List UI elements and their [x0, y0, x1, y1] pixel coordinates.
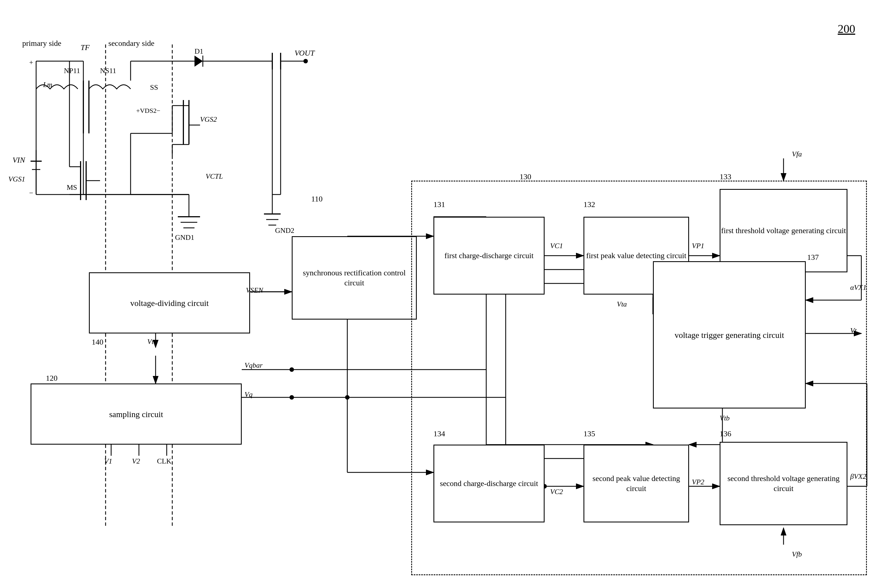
vfb-label: Vfb	[792, 550, 802, 558]
clk-label: CLK	[157, 457, 171, 465]
svg-point-108	[289, 368, 294, 372]
vgs1-label: VGS1	[8, 175, 25, 183]
ms-label: MS	[67, 183, 77, 192]
vta-label: Vta	[617, 300, 627, 309]
second-charge-label: second charge-discharge circuit	[440, 478, 538, 489]
ns11-label: NS11	[100, 67, 116, 75]
vc2-label: VC2	[550, 488, 563, 496]
d1-label: D1	[195, 47, 203, 56]
vfa-label: Vfa	[792, 150, 802, 158]
vin-label: VIN	[12, 156, 25, 165]
label-110: 110	[311, 195, 322, 203]
second-peak-value-box: second peak value detecting circuit	[583, 445, 689, 522]
sampling-label: sampling circuit	[109, 409, 163, 420]
vctl-label: VCTL	[205, 172, 223, 181]
vt-out-label: Vt	[850, 327, 857, 335]
label-131: 131	[433, 200, 445, 209]
vp2-label: VP2	[692, 478, 705, 486]
gnd1-label: GND1	[175, 233, 194, 242]
alpha-vx1-label: αVX1	[850, 284, 867, 292]
tf-label: TF	[81, 43, 90, 52]
label-137: 137	[807, 253, 819, 262]
sync-rect-label: synchronous rectification control circui…	[292, 268, 416, 288]
beta-vx2-label: βVX2	[850, 472, 867, 481]
vin-plus: +	[29, 58, 33, 67]
np11-label: NP11	[64, 67, 80, 75]
voltage-trigger-label: voltage trigger generating circuit	[675, 330, 784, 340]
label-130: 130	[520, 172, 531, 181]
vin-minus: −	[29, 189, 33, 197]
label-120: 120	[46, 374, 57, 382]
v1-label: V1	[104, 457, 112, 465]
second-peak-label: second peak value detecting circuit	[584, 474, 688, 494]
vt-dividing-label: Vt	[147, 338, 154, 346]
first-threshold-box: first threshold voltage generating circu…	[720, 189, 847, 272]
lm-label: Lm	[43, 81, 52, 89]
sync-rect-box: synchronous rectification control circui…	[292, 236, 417, 320]
second-threshold-box: second threshold voltage generating circ…	[720, 442, 847, 525]
svg-point-75	[345, 395, 349, 400]
vp1-label: VP1	[692, 242, 705, 250]
voltage-dividing-circuit-box: voltage-dividing circuit	[89, 272, 250, 333]
svg-point-32	[303, 59, 308, 63]
label-136: 136	[720, 429, 731, 438]
primary-side-label: primary side	[22, 39, 61, 48]
first-threshold-label: first threshold voltage generating circu…	[721, 226, 846, 236]
second-charge-discharge-box: second charge-discharge circuit	[433, 445, 544, 522]
ss-label: SS	[150, 83, 158, 92]
second-threshold-label: second threshold voltage generating circ…	[720, 474, 847, 494]
gnd2-label: GND2	[275, 226, 294, 235]
label-135: 135	[583, 429, 595, 438]
label-134: 134	[433, 429, 445, 438]
secondary-side-label: secondary side	[108, 39, 154, 48]
label-132: 132	[583, 200, 595, 209]
vtb-label: Vtb	[720, 414, 730, 422]
first-charge-label: first charge-discharge circuit	[445, 250, 534, 261]
first-peak-label: first peak value detecting circuit	[586, 250, 687, 261]
label-140: 140	[92, 338, 103, 346]
label-133: 133	[720, 172, 731, 181]
diagram-number: 200	[838, 22, 855, 36]
vqbar-label: Vqbar	[244, 361, 262, 370]
vds2-label: +VDS2−	[136, 107, 160, 114]
vout-label: VOUT	[294, 49, 315, 57]
vsen-label: VSEN	[246, 286, 263, 294]
voltage-dividing-label: voltage-dividing circuit	[130, 298, 209, 309]
vc1-label: VC1	[550, 242, 563, 250]
v2-label: V2	[132, 457, 140, 465]
vq-label: Vq	[244, 390, 253, 399]
sampling-circuit-box: sampling circuit	[31, 384, 242, 445]
first-charge-discharge-box: first charge-discharge circuit	[433, 217, 544, 294]
voltage-trigger-box: voltage trigger generating circuit	[653, 261, 806, 408]
vgs2-label: VGS2	[200, 116, 217, 124]
svg-marker-23	[195, 56, 203, 67]
svg-point-109	[289, 395, 294, 400]
